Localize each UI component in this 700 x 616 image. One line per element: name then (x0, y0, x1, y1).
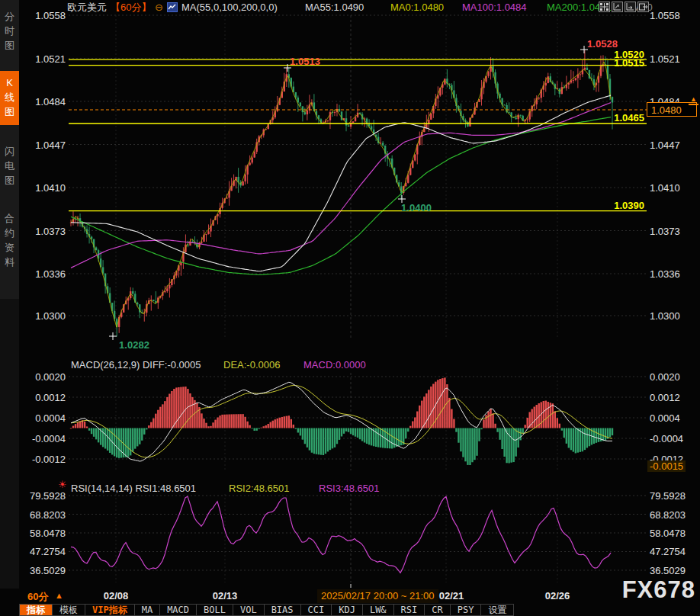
price-axis-label-left: 1.0336 (23, 268, 66, 280)
toolbar-button-LW&[interactable]: LW& (363, 604, 394, 616)
price-axis-label-right: 1.0336 (650, 268, 680, 280)
macd-current-value-tag: -0.0015 (647, 460, 686, 472)
toolbar-button-CR[interactable]: CR (425, 604, 450, 616)
time-axis-label: 02/21 (439, 590, 464, 602)
price-axis-label-right: 1.0447 (650, 139, 680, 150)
toolbar-button-KDJ[interactable]: KDJ (332, 604, 363, 616)
price-axis-label-right: 1.0373 (650, 225, 680, 236)
level-price-label: 1.0515 (599, 57, 644, 69)
period-selector[interactable]: 60分 (27, 590, 48, 604)
indicator-toolbar: 指标模板VIP指标MAMACDBOLLVOLBIASCCIKDJLW&RSICR… (19, 604, 514, 616)
toolbar-button-模板[interactable]: 模板 (53, 604, 85, 616)
price-axis-label-left: 1.0447 (23, 139, 66, 150)
rsi-axis-label-left: 58.0478 (20, 528, 66, 539)
toolbar-button-设置[interactable]: 设置 (481, 604, 514, 616)
extreme-price-marker: 1.0513 (290, 56, 320, 67)
time-axis-label: 02/26 (545, 590, 570, 602)
rsi-header-main: RSI(14,14,14) RSI1:48.6501 (71, 482, 196, 495)
toolbar-button-VIP指标[interactable]: VIP指标 (85, 604, 135, 616)
price-axis-label-right: 1.0521 (650, 53, 680, 64)
price-up-arrow-icon: ▲ (689, 96, 698, 105)
rsi-axis-label-left: 68.8203 (20, 509, 66, 520)
macd-header-dea: DEA:-0.0006 (223, 358, 280, 371)
toolbar-button-指标[interactable]: 指标 (19, 604, 53, 616)
extreme-price-marker: 1.0400 (401, 202, 432, 213)
macd-axis-label-left: -0.0012 (23, 454, 66, 465)
toolbar-button-MA[interactable]: MA (135, 604, 160, 616)
macd-axis-label-left: 0.0020 (23, 371, 66, 383)
rsi-axis-label-left: 79.5928 (20, 490, 66, 502)
extreme-price-marker: 1.0282 (119, 339, 149, 351)
toolbar-button-BOLL[interactable]: BOLL (197, 604, 233, 616)
time-axis-label: 02/13 (213, 590, 238, 602)
price-axis-label-right: 1.0410 (650, 182, 680, 194)
chart-canvas[interactable] (0, 0, 700, 589)
rsi-axis-label-right: 79.5928 (650, 490, 686, 502)
period-arrow-icon[interactable]: ▲ (55, 591, 63, 600)
price-axis-label-right: 1.0300 (650, 310, 680, 322)
price-axis-label-left: 1.0558 (23, 10, 66, 21)
hover-time-tooltip: 2025/02/17 20:00 ~ 21:00 (317, 589, 438, 603)
toolbar-button-CCI[interactable]: CCI (301, 604, 332, 616)
macd-axis-label-left: -0.0004 (23, 433, 66, 444)
price-axis-label-left: 1.0521 (23, 53, 66, 64)
brand-watermark: FX678 (622, 576, 695, 604)
toolbar-button-BIAS[interactable]: BIAS (265, 604, 301, 616)
rsi-axis-label-right: 58.0478 (650, 528, 686, 539)
macd-header-macd: MACD:0.0000 (303, 358, 366, 371)
level-price-label: 1.0465 (599, 112, 644, 124)
price-axis-label-left: 1.0484 (23, 96, 66, 107)
rsi-header-rsi3: RSI3:48.6501 (319, 482, 380, 495)
rsi-axis-label-right: 47.2754 (650, 546, 686, 557)
macd-axis-label-right: 0.0004 (650, 412, 680, 424)
price-axis-label-left: 1.0410 (23, 182, 66, 194)
alert-sun-icon[interactable]: ☀ (58, 479, 67, 490)
extreme-price-marker: 1.0528 (587, 38, 618, 50)
time-axis: 60分 ▲ 2025/02/17 20:00 ~ 21:00 02/0802/1… (0, 589, 700, 604)
rsi-axis-label-right: 36.5029 (650, 565, 686, 576)
macd-axis-label-right: 0.0012 (650, 392, 680, 403)
toolbar-button-RSI[interactable]: RSI (394, 604, 425, 616)
time-axis-label: 02/08 (104, 590, 129, 602)
trading-app: 分 时 图K 线 图闪 电 图合 约 资 料 欧元美元 【60分】 ⊖ MA(5… (0, 0, 700, 616)
macd-axis-label-right: 0.0020 (650, 371, 680, 383)
price-axis-label-left: 1.0373 (23, 225, 66, 236)
macd-header-main: MACD(26,12,9) DIFF:-0.0005 (71, 358, 201, 371)
toolbar-button-MACD[interactable]: MACD (160, 604, 197, 616)
price-axis-label-left: 1.0300 (23, 310, 66, 322)
rsi-axis-label-left: 47.2754 (20, 546, 66, 557)
level-price-label: 1.0390 (599, 200, 644, 211)
rsi-header-rsi2: RSI2:48.6501 (229, 482, 290, 495)
toolbar-button-VOL[interactable]: VOL (233, 604, 265, 616)
macd-axis-label-right: -0.0004 (650, 433, 683, 444)
macd-axis-label-left: 0.0012 (23, 392, 66, 403)
toolbar-button-PSY[interactable]: PSY (451, 604, 482, 616)
macd-axis-label-left: 0.0004 (23, 412, 66, 424)
rsi-axis-label-right: 68.8203 (650, 509, 686, 520)
price-axis-label-right: 1.0558 (650, 10, 680, 21)
rsi-axis-label-left: 36.5029 (20, 565, 66, 576)
